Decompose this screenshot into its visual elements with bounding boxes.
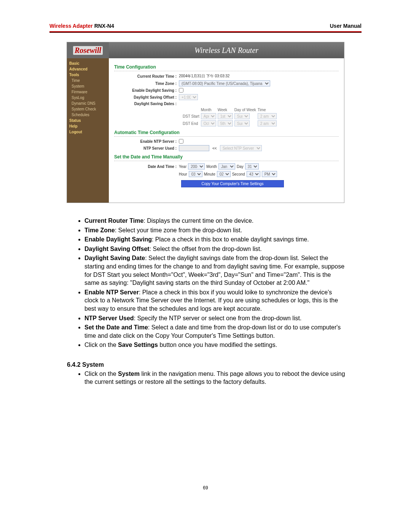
nav-status[interactable]: Status bbox=[69, 118, 107, 123]
dst-start-label: DST Start bbox=[183, 113, 199, 119]
checkbox-enable-dst[interactable] bbox=[179, 88, 183, 93]
select-year[interactable]: 2004 bbox=[188, 163, 205, 169]
ntp-arrow: << bbox=[211, 146, 218, 150]
router-main: Time Configuration Current Router Time :… bbox=[109, 58, 344, 203]
dt-day-label: Day bbox=[237, 165, 244, 169]
select-ampm[interactable]: PM bbox=[262, 171, 277, 177]
label-dst-offset: Daylight Saving Offset : bbox=[114, 95, 179, 99]
list-item: Enable Daylight Saving: Place a check in… bbox=[84, 235, 346, 244]
list-item: Daylight Saving Date: Select the dayligh… bbox=[84, 254, 346, 287]
label-current-time: Current Router Time : bbox=[114, 74, 179, 78]
dt-year-label: Year bbox=[179, 165, 186, 169]
dst-end-month[interactable]: Oct bbox=[201, 120, 216, 126]
dt-second-label: Second bbox=[232, 172, 245, 176]
nav-syslog[interactable]: SysLog bbox=[69, 95, 107, 101]
select-ntp-server[interactable]: Select NTP Server bbox=[220, 145, 262, 151]
dt-month-label: Month bbox=[206, 165, 217, 169]
nav-help[interactable]: Help bbox=[69, 123, 107, 129]
list-item: NTP Server Used: Specify the NTP server … bbox=[84, 314, 346, 323]
list-item: Set the Date and Time: Select a date and… bbox=[84, 323, 346, 340]
nav-time[interactable]: Time bbox=[69, 78, 107, 83]
dst-start-time[interactable]: 2 am bbox=[258, 113, 277, 119]
dst-hdr-time: Time bbox=[258, 108, 277, 112]
input-ntp-server[interactable] bbox=[179, 145, 209, 151]
product-model: RNX-N4 bbox=[94, 23, 114, 29]
nav-tools[interactable]: Tools bbox=[69, 72, 107, 78]
label-enable-ntp: Enable NTP Server : bbox=[114, 139, 179, 144]
nav-ddns[interactable]: Dynamic DNS bbox=[69, 101, 107, 106]
label-date-time: Date And Time : bbox=[114, 165, 179, 169]
list-item: Click on the Save Settings button once y… bbox=[84, 341, 346, 349]
dt-hour-label: Hour bbox=[179, 172, 187, 176]
router-logo: Rosewill bbox=[67, 42, 109, 58]
dst-end-week[interactable]: 5th bbox=[218, 120, 233, 126]
router-sidebar: Basic Advanced Tools Time System Firmwar… bbox=[67, 58, 109, 203]
select-second[interactable]: 43 bbox=[247, 171, 260, 177]
product-name-red: Wireless Adapter bbox=[49, 23, 93, 29]
nav-basic[interactable]: Basic bbox=[69, 61, 107, 66]
section-manual-time: Set the Date and Time Manually bbox=[114, 154, 339, 161]
nav-syscheck[interactable]: System Check bbox=[69, 106, 107, 112]
dst-end-time[interactable]: 2 am bbox=[258, 120, 277, 126]
checkbox-enable-ntp[interactable] bbox=[179, 139, 183, 144]
router-title: Wireless LAN Router bbox=[109, 46, 344, 55]
dst-end-dow[interactable]: Sun bbox=[234, 120, 250, 126]
logo-text: Rosewill bbox=[73, 46, 103, 55]
list-item: Enable NTP Server: Place a check in this… bbox=[84, 288, 346, 313]
doc-header-right: User Manual bbox=[330, 23, 362, 29]
doc-content: Current Router Time: Displays the curren… bbox=[0, 217, 411, 386]
dst-hdr-week: Week bbox=[218, 108, 233, 112]
section-auto-time: Automatic Time Configuration bbox=[114, 130, 339, 137]
dst-hdr-month: Month bbox=[201, 108, 216, 112]
label-enable-dst: Enable Daylight Saving : bbox=[114, 88, 179, 93]
router-header: Rosewill Wireless LAN Router bbox=[67, 42, 344, 58]
nav-firmware[interactable]: Firmware bbox=[69, 89, 107, 95]
select-month[interactable]: Jan bbox=[218, 163, 235, 169]
section-heading-system: 6.4.2 System bbox=[67, 361, 346, 369]
doc-header: Wireless Adapter RNX-N4 User Manual bbox=[0, 23, 411, 31]
list-item: Time Zone: Select your time zone from th… bbox=[84, 226, 346, 235]
dst-start-week[interactable]: 1st bbox=[218, 113, 233, 119]
router-screenshot: Rosewill Wireless LAN Router Basic Advan… bbox=[67, 42, 344, 203]
dst-start-month[interactable]: Apr bbox=[201, 113, 216, 119]
copy-time-button[interactable]: Copy Your Computer's Time Settings bbox=[181, 180, 284, 187]
dst-end-label: DST End bbox=[183, 120, 199, 126]
page-number: 69 bbox=[0, 485, 411, 490]
list-item: Current Router Time: Displays the curren… bbox=[84, 217, 346, 225]
label-timezone: Time Zone : bbox=[114, 81, 179, 86]
select-day[interactable]: 31 bbox=[245, 163, 259, 169]
select-hour[interactable]: 03 bbox=[189, 171, 202, 177]
nav-schedules[interactable]: Schedules bbox=[69, 112, 107, 118]
section-time-config: Time Configuration bbox=[114, 64, 339, 71]
list-item: Click on the System link in the navigati… bbox=[84, 370, 346, 386]
dst-hdr-dow: Day of Week bbox=[234, 108, 256, 112]
label-dst-dates: Daylight Saving Dates : bbox=[114, 102, 179, 106]
list-item: Daylight Saving Offset: Select the offse… bbox=[84, 245, 346, 253]
select-minute[interactable]: 02 bbox=[217, 171, 231, 177]
label-ntp-server: NTP Server Used : bbox=[114, 146, 179, 150]
nav-system[interactable]: System bbox=[69, 83, 107, 89]
select-timezone[interactable]: (GMT-08:00) Pacific Time (US/Canada), Ti… bbox=[179, 80, 270, 86]
dt-minute-label: Minute bbox=[204, 172, 215, 176]
dst-grid: Month Week Day of Week Time DST Start Ap… bbox=[181, 107, 339, 128]
header-rule bbox=[49, 31, 362, 33]
dst-start-dow[interactable]: Sun bbox=[234, 113, 250, 119]
nav-advanced[interactable]: Advanced bbox=[69, 66, 107, 72]
value-current-time: 2004年1月31日 下午 03:03:32 bbox=[179, 73, 339, 79]
select-dst-offset[interactable]: +1:00 bbox=[179, 94, 198, 100]
nav-logout[interactable]: Logout bbox=[69, 129, 107, 135]
